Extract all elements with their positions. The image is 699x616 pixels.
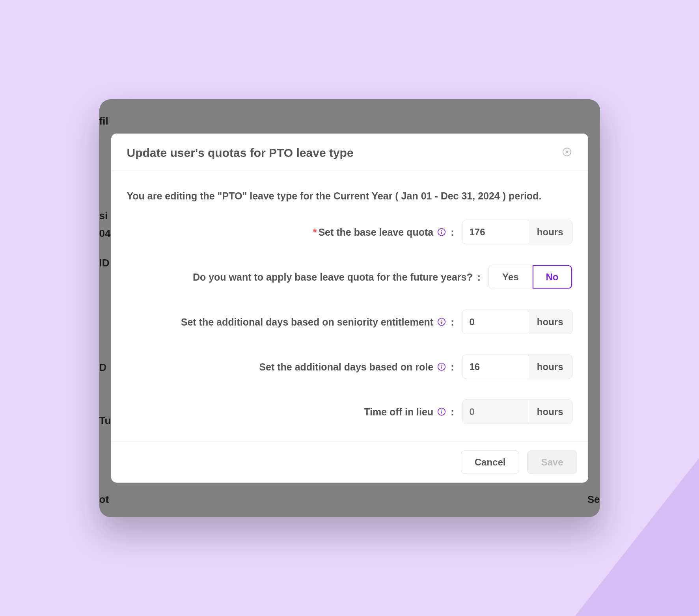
info-icon[interactable] — [437, 318, 446, 326]
close-button[interactable] — [561, 147, 572, 158]
bg-text: Se — [587, 493, 600, 506]
row-toil: Time off in lieu : hours — [127, 400, 572, 424]
svg-point-5 — [441, 230, 442, 231]
input-base-quota[interactable] — [462, 220, 528, 244]
update-quotas-modal: Update user's quotas for PTO leave type … — [111, 133, 588, 483]
info-icon[interactable] — [437, 363, 446, 371]
label-role: Set the additional days based on role : — [259, 361, 454, 372]
modal-footer: Cancel Save — [111, 441, 588, 483]
bg-text: ot — [99, 493, 109, 506]
info-icon[interactable] — [437, 408, 446, 416]
bg-text: si — [99, 210, 108, 222]
intro-text: You are editing the "PTO" leave type for… — [127, 188, 572, 203]
input-role-wrap: hours — [462, 355, 572, 379]
label-toil: Time off in lieu : — [364, 406, 454, 417]
svg-point-8 — [441, 320, 442, 321]
modal-header: Update user's quotas for PTO leave type — [111, 133, 588, 171]
row-role: Set the additional days based on role : … — [127, 355, 572, 379]
segmented-future-years: Yes No — [488, 265, 572, 289]
input-base-quota-wrap: hours — [462, 220, 572, 244]
info-icon[interactable] — [437, 228, 446, 236]
future-yes-button[interactable]: Yes — [489, 265, 532, 289]
future-no-button[interactable]: No — [532, 265, 572, 289]
unit-role: hours — [528, 355, 572, 379]
label-future-years: Do you want to apply base leave quota fo… — [193, 271, 481, 283]
row-seniority: Set the additional days based on seniori… — [127, 310, 572, 334]
svg-point-14 — [441, 410, 442, 411]
window-card: fil si 04 ID D Tue ot Se Update user's q… — [99, 99, 600, 517]
input-seniority-wrap: hours — [462, 310, 572, 334]
modal-body: You are editing the "PTO" leave type for… — [111, 171, 588, 441]
unit-toil: hours — [528, 400, 572, 424]
label-seniority: Set the additional days based on seniori… — [181, 316, 454, 328]
cancel-button[interactable]: Cancel — [461, 450, 520, 474]
close-icon — [562, 147, 572, 158]
bg-text: ID — [99, 257, 110, 269]
input-seniority[interactable] — [462, 310, 528, 334]
bg-text: 04 — [99, 227, 111, 240]
modal-title: Update user's quotas for PTO leave type — [127, 146, 354, 159]
unit-base-quota: hours — [528, 220, 572, 244]
svg-point-11 — [441, 365, 442, 366]
label-base-quota: *Set the base leave quota : — [313, 226, 454, 238]
save-button[interactable]: Save — [527, 450, 577, 474]
unit-seniority: hours — [528, 310, 572, 334]
row-future-years: Do you want to apply base leave quota fo… — [127, 265, 572, 289]
bg-text: D — [99, 361, 107, 374]
input-toil-wrap: hours — [462, 400, 572, 424]
input-role[interactable] — [462, 355, 528, 379]
row-base-quota: *Set the base leave quota : hours — [127, 220, 572, 244]
input-toil — [462, 400, 528, 424]
bg-text: fil — [99, 115, 108, 127]
